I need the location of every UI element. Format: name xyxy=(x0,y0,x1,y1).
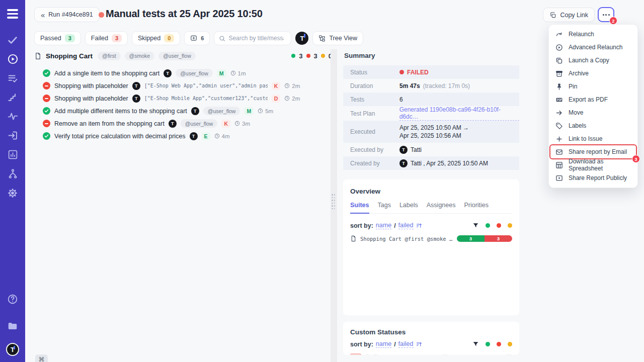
sort-asc-icon[interactable] xyxy=(416,222,423,229)
menu-item-relaunch[interactable]: Relaunch xyxy=(549,28,637,41)
sidebar-item-reports[interactable] xyxy=(3,145,22,164)
sidebar-item-import[interactable] xyxy=(3,126,22,145)
duration: 4m xyxy=(214,133,230,139)
summary-row-executed: Executed Apr 25, 2025 10:50 AM → Apr 25,… xyxy=(343,121,519,143)
filter-passed-chip[interactable]: Passed 3 xyxy=(34,31,81,45)
pass-fail-bar[interactable]: 3 3 xyxy=(457,235,512,242)
command-key-shortcut[interactable]: ⌘ xyxy=(35,354,48,362)
hamburger-menu-icon[interactable] xyxy=(7,9,18,19)
failed-filter-dot[interactable] xyxy=(497,342,501,346)
sidebar-item-tests[interactable] xyxy=(3,31,22,50)
menu-item-export-as-pdf[interactable]: Export as PDF xyxy=(549,93,637,106)
clock-icon xyxy=(234,121,240,126)
menu-item-download-as-spreadsheet[interactable]: Download as Spreadsheet xyxy=(549,158,637,171)
sidebar-item-settings[interactable] xyxy=(3,184,22,203)
sidebar-item-projects[interactable] xyxy=(3,316,22,335)
search-box[interactable] xyxy=(214,31,291,45)
tab-tags[interactable]: Tags xyxy=(378,202,391,213)
test-title: Verify total price calculation with deci… xyxy=(54,133,186,140)
user-avatar[interactable]: T xyxy=(6,343,19,356)
test-row[interactable]: Add a single item to the shopping cart T… xyxy=(34,67,332,79)
copy-icon xyxy=(549,12,556,19)
overview-suite-row[interactable]: Shopping Cart @first @smoke … 3 3 xyxy=(350,235,512,242)
failed-filter-dot[interactable] xyxy=(497,223,501,228)
filter-funnel-icon[interactable] xyxy=(472,222,479,229)
skipped-filter-dot[interactable] xyxy=(508,342,512,346)
menu-item-share-report-publicly[interactable]: Share Report Publicly xyxy=(549,171,637,185)
summary-row-test-plan: Test Plan Generated 1190e08b-ca96-4f26-b… xyxy=(343,106,519,121)
test-row[interactable]: Remove an item from the shopping cart T … xyxy=(34,117,332,130)
tab-labels[interactable]: Labels xyxy=(399,202,418,213)
run-status-dot xyxy=(99,12,104,18)
panel-resizer[interactable] xyxy=(331,49,337,362)
screen-share-icon xyxy=(555,174,563,182)
test-row[interactable]: Add multiple different items to the shop… xyxy=(34,105,332,117)
tab-suites[interactable]: Suites xyxy=(350,202,369,214)
tutorial-step-badge-2: 2 xyxy=(609,17,617,25)
menu-item-launch-a-copy[interactable]: Launch a Copy xyxy=(549,54,637,67)
sort-by-name-link[interactable]: name xyxy=(376,340,391,348)
back-to-run-button[interactable]: « Run #494ce891 xyxy=(34,7,100,22)
test-plan-link[interactable]: Generated 1190e08b-ca96-4f26-b10f-d6dc… xyxy=(399,106,519,121)
sort-by-failed-link[interactable]: failed xyxy=(398,222,414,229)
test-tag[interactable]: @user_flow xyxy=(181,119,218,128)
tab-assignees[interactable]: Assignees xyxy=(427,202,456,213)
filter-skipped-chip[interactable]: Skipped 0 xyxy=(132,31,180,45)
menu-item-link-to-issue[interactable]: Link to Issue xyxy=(549,132,637,145)
tree-view-toggle[interactable]: Tree View xyxy=(312,31,363,45)
comments-filter-chip[interactable]: 6 xyxy=(184,31,210,45)
assignee-badge: M xyxy=(244,107,254,115)
passed-filter-dot[interactable] xyxy=(486,223,490,228)
sort-by-failed-link[interactable]: failed xyxy=(398,340,414,348)
tree-view-label: Tree View xyxy=(329,35,357,42)
skipped-filter-dot[interactable] xyxy=(508,223,512,228)
menu-item-labels[interactable]: Labels xyxy=(549,119,637,132)
sort-by-name-link[interactable]: name xyxy=(376,222,391,229)
clock-icon xyxy=(230,70,236,76)
filter-failed-chip[interactable]: Failed 3 xyxy=(85,31,128,45)
menu-item-pin[interactable]: Pin xyxy=(549,80,637,93)
resizer-grip-icon[interactable] xyxy=(332,194,335,209)
test-row[interactable]: Shopping with placeholder T ["E-Shop Web… xyxy=(34,79,332,92)
suite-tag[interactable]: @smoke xyxy=(125,52,155,60)
tab-priorities[interactable]: Priorities xyxy=(464,202,489,213)
test-owner-avatar: T xyxy=(190,132,198,140)
clock-icon xyxy=(284,96,290,101)
sidebar-item-runs[interactable] xyxy=(3,50,22,69)
sidebar-item-test-plans[interactable] xyxy=(3,69,22,88)
sidebar-item-steps[interactable] xyxy=(3,88,22,107)
test-tag[interactable]: @user_flow xyxy=(203,107,240,115)
failed-status-icon xyxy=(43,120,50,127)
sidebar-item-help[interactable] xyxy=(3,290,22,309)
clock-icon xyxy=(214,133,220,139)
comments-count: 6 xyxy=(201,35,204,41)
summary-row-executed-by: Executed by TTatti xyxy=(343,143,519,156)
suite-tag[interactable]: @first xyxy=(98,52,121,60)
copy-icon xyxy=(555,57,563,64)
status-badge: FAILED xyxy=(399,69,429,76)
overview-card: Overview Suites Tags Labels Assignees Pr… xyxy=(343,179,519,315)
search-input[interactable] xyxy=(228,35,284,42)
sidebar-item-pulse[interactable] xyxy=(3,107,22,126)
copy-link-button[interactable]: Copy Link xyxy=(543,8,595,22)
suite-tag[interactable]: @user_flow xyxy=(158,52,196,60)
sort-asc-icon[interactable] xyxy=(416,341,423,347)
menu-item-archive[interactable]: Archive xyxy=(549,67,637,80)
menu-item-move[interactable]: Move xyxy=(549,106,637,119)
executed-from: Apr 25, 2025 10:50 AM → xyxy=(399,124,469,132)
file-icon xyxy=(34,52,42,60)
test-row[interactable]: Verify total price calculation with deci… xyxy=(34,130,332,142)
box-arrow-in-icon xyxy=(8,130,18,141)
test-row[interactable]: Shopping with placeholder T ["E-Shop Mob… xyxy=(34,92,332,105)
suite-header[interactable]: Shopping Cart @first @smoke @user_flow 3… xyxy=(34,50,332,61)
menu-item-share-report-by-email[interactable]: 3 Share report by Email xyxy=(549,145,637,158)
sidebar-item-branches[interactable] xyxy=(3,164,22,184)
filter-funnel-icon[interactable] xyxy=(472,341,479,347)
failed-dot xyxy=(306,54,310,58)
testomat-logo-icon[interactable]: T xyxy=(295,32,308,45)
test-tag[interactable]: @user_flow xyxy=(176,69,213,77)
passed-filter-dot[interactable] xyxy=(486,342,490,346)
passed-status-icon xyxy=(43,107,50,115)
list-check-icon xyxy=(7,73,18,84)
menu-item-advanced-relaunch[interactable]: Advanced Relaunch xyxy=(549,41,637,54)
